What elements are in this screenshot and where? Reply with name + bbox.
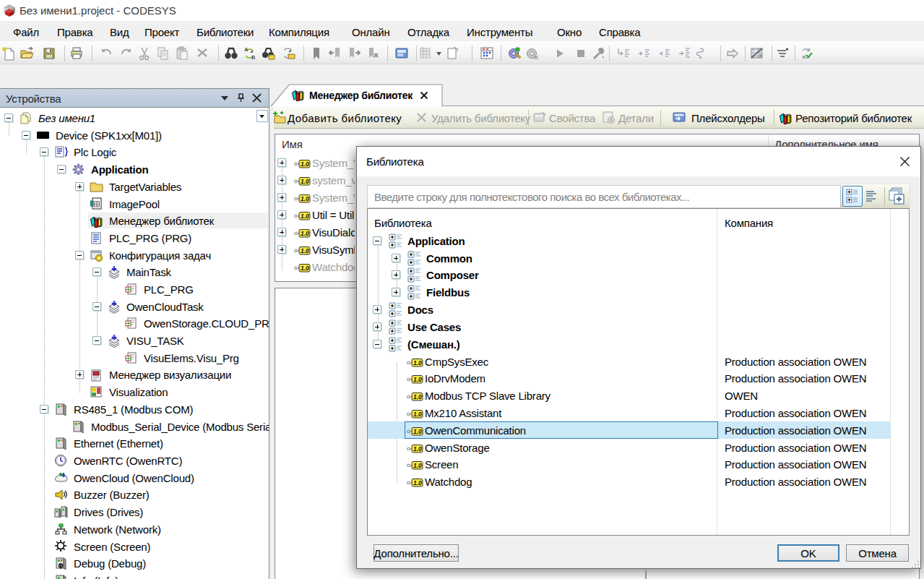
- svg-text:1.0: 1.0: [301, 160, 309, 168]
- svg-text:1.0: 1.0: [413, 411, 422, 418]
- svg-text:1.0: 1.0: [413, 479, 422, 486]
- svg-text:1.0: 1.0: [301, 247, 309, 254]
- svg-text:1.0: 1.0: [413, 359, 422, 366]
- svg-text:1.0: 1.0: [301, 230, 309, 237]
- svg-text:1.0: 1.0: [413, 393, 422, 400]
- svg-text:1.0: 1.0: [301, 178, 309, 185]
- svg-text:1.0: 1.0: [301, 195, 309, 202]
- svg-text:1.0: 1.0: [413, 428, 422, 435]
- svg-text:1.0: 1.0: [301, 265, 309, 272]
- svg-text:A: A: [244, 46, 249, 53]
- svg-text:1.0: 1.0: [413, 462, 422, 469]
- svg-text:1.0: 1.0: [413, 445, 422, 453]
- svg-text:1.0: 1.0: [301, 213, 309, 220]
- svg-text:B: B: [251, 54, 255, 61]
- svg-text:1.0: 1.0: [413, 376, 422, 383]
